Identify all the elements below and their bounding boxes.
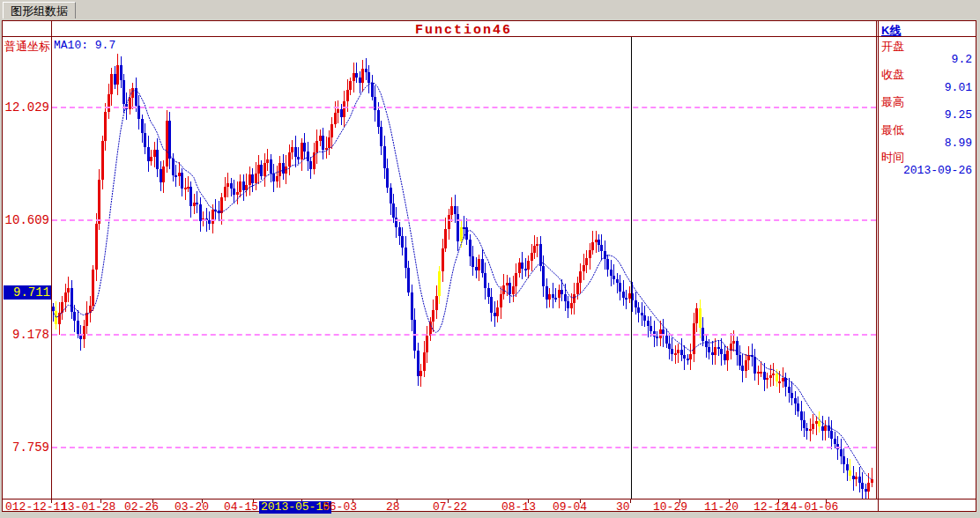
x-axis-tick: [630, 499, 631, 503]
kline-field-value: 9.25: [945, 108, 972, 122]
x-axis-date-label: 10-29: [653, 501, 687, 514]
x-axis-date-label: 28: [386, 501, 400, 514]
chart-panel: Function46 普通坐标 MA10: 9.7 K线 开盘9.2收盘9.01…: [2, 20, 976, 512]
x-axis-date-label-highlighted: 2013-05-15: [259, 501, 331, 514]
tab-graph-group-data[interactable]: 图形组数据: [3, 2, 76, 18]
title-band: Function46: [51, 21, 876, 36]
x-axis-date-label: 09-04: [553, 501, 587, 514]
x-axis-date-label: 06-03: [323, 501, 357, 514]
price-gridline: [52, 219, 876, 221]
kline-field-label: 最高: [881, 94, 904, 110]
price-gridline: [52, 107, 876, 108]
kline-header-divider: [878, 36, 976, 37]
kline-field-value: 2013-09-26: [903, 164, 972, 177]
x-axis-date-label: 08-13: [501, 501, 536, 514]
x-axis-date-label: 012-12-11: [5, 501, 67, 514]
y-axis-tick-label: 10.609: [3, 213, 49, 227]
y-axis-tick-label: 12.029: [3, 100, 49, 115]
kline-field-label: 收盘: [881, 67, 904, 83]
x-axis-date-label: 11-20: [704, 501, 739, 514]
kline-field-label: 时间: [881, 150, 904, 166]
x-axis-date-label: 07-22: [433, 501, 467, 514]
x-axis-date-label: 13-01-28: [61, 501, 115, 514]
x-axis-date-label: 30: [616, 501, 630, 514]
app-window: 图形组数据 Function46 普通坐标 MA10: 9.7 K线 开盘9.2…: [0, 0, 980, 518]
coordinate-mode-label: 普通坐标: [4, 39, 51, 55]
kline-field-label: 最低: [881, 122, 904, 138]
kline-field-value: 9.2: [952, 53, 972, 66]
x-axis-date-label: 14-01-06: [783, 501, 838, 514]
x-axis-date-label: 04-15: [224, 501, 258, 514]
y-axis-tick-label: 7.759: [3, 440, 49, 455]
price-gridline: [52, 447, 876, 448]
crosshair-price-label: 9.711: [4, 285, 51, 300]
kline-field-label: 开盘: [881, 39, 904, 55]
kline-field-value: 9.01: [945, 81, 972, 94]
x-axis-date-label: 03-20: [174, 501, 209, 514]
kline-field-value: 8.99: [945, 137, 972, 150]
x-axis-date-label: 02-26: [124, 501, 159, 514]
x-axis-line: [3, 499, 976, 500]
plot-right-border: [876, 21, 877, 499]
kline-data-panel: K线 开盘9.2收盘9.01最高9.25最低8.99时间2013-09-26: [878, 21, 976, 511]
price-gridline: [52, 334, 876, 336]
y-axis-tick-label: 9.178: [3, 328, 49, 342]
